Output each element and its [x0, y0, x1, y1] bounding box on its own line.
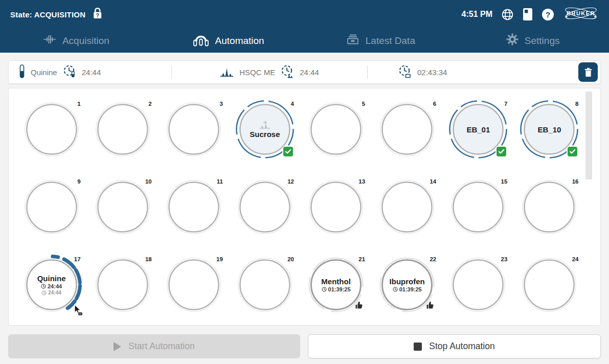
sample-position-17[interactable]: Quinine 24:44 24:4417 — [20, 249, 83, 323]
sample-content — [381, 181, 433, 233]
svg-text:?: ? — [546, 10, 550, 19]
position-number: 20 — [287, 256, 294, 262]
position-number: 17 — [74, 256, 81, 262]
sample-time-secondary: 24:44 — [41, 290, 61, 295]
sample-position-2[interactable]: 2 — [91, 94, 154, 167]
sample-content — [453, 181, 504, 233]
current-experiment-remaining-time: 24:44 — [300, 68, 319, 77]
sample-position-1[interactable]: 1 — [20, 94, 83, 167]
sample-position-6[interactable]: 6 — [375, 94, 439, 167]
clock-icon — [322, 287, 327, 292]
tab-latest-data[interactable]: Latest Data — [305, 29, 457, 53]
thumbs-up-icon — [426, 301, 435, 309]
position-number: 24 — [572, 256, 579, 262]
tab-acquisition[interactable]: Acquisition — [0, 29, 152, 53]
position-number: 10 — [145, 178, 152, 185]
sample-position-18[interactable]: 18 — [91, 249, 154, 323]
tab-automation[interactable]: Automation — [152, 29, 305, 53]
sample-content — [310, 181, 362, 233]
completed-check-badge — [497, 147, 506, 156]
queued-experiment-icon — [259, 120, 271, 129]
total-timer-icon — [398, 64, 412, 80]
stop-automation-button[interactable]: Stop Automation — [308, 334, 601, 358]
main-nav: Acquisition Automation Late — [0, 29, 609, 53]
system-time: 4:51 PM — [462, 10, 492, 19]
sample-content: Quinine 24:44 24:44 — [26, 259, 77, 310]
position-number: 11 — [217, 178, 223, 185]
sample-position-19[interactable]: 19 — [162, 249, 225, 323]
tab-label: Acquisition — [62, 35, 109, 47]
sample-position-22[interactable]: Ibuprofen 01:39:2522 — [375, 249, 439, 323]
sample-position-14[interactable]: 14 — [375, 171, 439, 245]
sample-position-20[interactable]: 20 — [233, 249, 297, 323]
tab-settings[interactable]: Settings — [457, 29, 609, 53]
tab-label: Settings — [525, 35, 560, 47]
sample-content — [524, 259, 575, 310]
latest-data-archive-icon — [346, 33, 359, 48]
completed-check-badge — [568, 147, 577, 156]
sample-position-16[interactable]: 16 — [517, 171, 581, 245]
sample-position-3[interactable]: 3 — [162, 94, 225, 167]
sample-position-8[interactable]: EB_108 — [517, 94, 581, 167]
sample-position-21[interactable]: Menthol 01:39:2521 — [304, 249, 368, 323]
sample-name: EB_01 — [466, 125, 490, 134]
svg-text:?: ? — [96, 12, 99, 18]
start-automation-label: Start Automation — [128, 341, 194, 352]
language-globe-icon[interactable] — [501, 8, 514, 21]
sample-position-5[interactable]: 5 — [304, 94, 368, 167]
position-number: 4 — [291, 101, 294, 107]
position-number: 12 — [287, 178, 294, 185]
sample-position-7[interactable]: EB_017 — [446, 94, 510, 167]
thumbs-up-icon — [355, 301, 364, 309]
tab-label: Latest Data — [366, 35, 415, 47]
sample-timer-icon — [63, 64, 76, 80]
sample-name: Menthol — [321, 277, 351, 286]
sample-content — [168, 104, 219, 155]
sample-content — [239, 259, 290, 310]
sample-content — [453, 259, 504, 310]
sample-position-11[interactable]: 11 — [162, 171, 225, 245]
lock-help-icon[interactable]: ? — [92, 7, 103, 22]
top-status-bar: State: ACQUISITION ? 4:51 PM — [0, 0, 609, 29]
automation-controls: Start Automation Stop Automation — [8, 334, 601, 358]
sample-time-primary: 01:39:25 — [322, 286, 351, 292]
automation-sample-changer-icon — [193, 33, 209, 49]
start-automation-button[interactable]: Start Automation — [8, 334, 300, 358]
sample-position-15[interactable]: 15 — [446, 171, 510, 245]
position-number: 6 — [433, 101, 436, 107]
instrument-state: State: ACQUISITION ? — [10, 7, 103, 22]
sample-name: EB_10 — [538, 125, 561, 134]
sample-position-13[interactable]: 13 — [304, 171, 368, 245]
sample-position-4[interactable]: Sucrose4 — [233, 94, 297, 167]
bruker-logo: BRUKER — [563, 5, 599, 24]
tab-label: Automation — [215, 35, 264, 47]
check-icon — [570, 149, 575, 154]
sample-content — [310, 104, 362, 155]
sample-name: Quinine — [37, 274, 66, 283]
help-icon[interactable]: ? — [542, 8, 554, 21]
sample-content: Menthol 01:39:25 — [310, 259, 362, 310]
completed-check-badge — [283, 147, 293, 156]
sample-position-12[interactable]: 12 — [233, 171, 297, 245]
sample-position-23[interactable]: 23 — [446, 249, 510, 323]
sample-content: Sucrose — [239, 104, 290, 155]
state-label: State: ACQUISITION — [10, 10, 85, 19]
sample-content — [97, 181, 148, 233]
position-number: 8 — [575, 101, 578, 107]
sample-position-9[interactable]: 9 — [20, 171, 83, 245]
vertical-scrollbar[interactable] — [585, 92, 592, 179]
sample-content — [168, 259, 219, 310]
mouse-cursor — [73, 304, 83, 316]
clear-queue-trash-button[interactable] — [578, 62, 598, 82]
logbook-icon[interactable] — [523, 8, 533, 21]
sample-position-24[interactable]: 24 — [517, 249, 581, 323]
sample-content: EB_10 — [524, 104, 575, 155]
position-number: 19 — [216, 256, 223, 262]
sample-position-10[interactable]: 10 — [91, 171, 154, 245]
position-number: 9 — [77, 178, 80, 185]
sample-name: Ibuprofen — [390, 277, 425, 286]
sample-tube-icon — [19, 64, 25, 80]
total-remaining-time: 02:43:34 — [417, 68, 447, 77]
sample-content — [97, 104, 148, 155]
sample-content — [381, 104, 433, 155]
